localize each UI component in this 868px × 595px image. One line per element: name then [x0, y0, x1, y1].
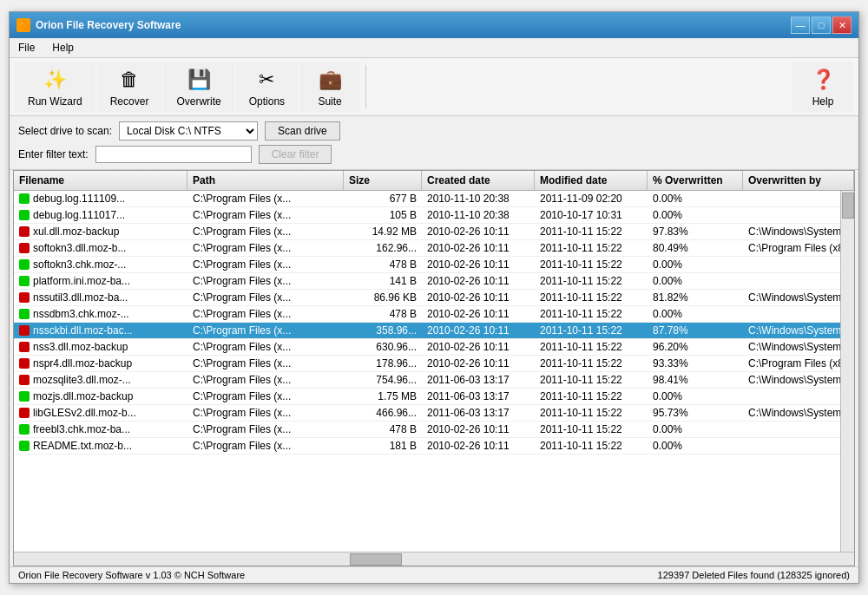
- table-row[interactable]: platform.ini.moz-ba... C:\Program Files …: [14, 273, 840, 290]
- vertical-scrollbar[interactable]: [840, 191, 854, 552]
- cell-modified: 2011-11-09 02:20: [535, 191, 648, 206]
- cell-overwritten-by: C:\Windows\System32\: [743, 339, 840, 355]
- help-icon: ❓: [809, 66, 837, 94]
- cell-overwritten-by: [743, 306, 840, 322]
- clear-filter-button[interactable]: Clear filter: [259, 145, 332, 164]
- overwrite-button[interactable]: 💾 Overwrite: [163, 62, 233, 112]
- cell-filename: platform.ini.moz-ba...: [14, 273, 187, 289]
- status-indicator: [19, 226, 30, 237]
- horizontal-scrollbar[interactable]: [14, 552, 854, 566]
- status-indicator: [19, 193, 30, 204]
- scan-drive-button[interactable]: Scan drive: [265, 121, 340, 141]
- cell-modified: 2011-10-11 15:22: [535, 422, 648, 437]
- col-overwritten: % Overwritten: [648, 171, 743, 190]
- cell-overwritten-by: C:\Windows\System32\: [743, 224, 840, 239]
- maximize-button[interactable]: □: [812, 16, 831, 34]
- table-row[interactable]: softokn3.chk.moz-... C:\Program Files (x…: [14, 257, 840, 273]
- scrollbar-thumb[interactable]: [842, 193, 854, 219]
- controls-bar: Select drive to scan: Local Disk C:\ NTF…: [10, 116, 858, 170]
- cell-filename: debug.log.111017...: [14, 207, 187, 223]
- cell-path: C:\Program Files (x...: [187, 356, 344, 371]
- cell-overwritten-by: [743, 207, 840, 223]
- cell-size: 162.96...: [344, 240, 422, 256]
- cell-path: C:\Program Files (x...: [187, 240, 344, 256]
- table-row[interactable]: README.txt.moz-b... C:\Program Files (x.…: [14, 438, 840, 454]
- cell-filename: README.txt.moz-b...: [14, 438, 187, 454]
- filename-text: nssutil3.dll.moz-ba...: [33, 291, 128, 304]
- status-indicator: [19, 408, 30, 418]
- filter-input[interactable]: [95, 146, 252, 163]
- table-row[interactable]: mozsqlite3.dll.moz-... C:\Program Files …: [14, 372, 840, 389]
- table-row[interactable]: nspr4.dll.moz-backup C:\Program Files (x…: [14, 356, 840, 372]
- filename-text: mozjs.dll.moz-backup: [33, 390, 133, 402]
- cell-overwritten: 0.00%: [648, 389, 743, 404]
- cell-filename: xul.dll.moz-backup: [14, 224, 187, 239]
- cell-overwritten-by: C:\Windows\System32\: [743, 323, 840, 338]
- minimize-button[interactable]: —: [791, 16, 810, 34]
- cell-path: C:\Program Files (x...: [187, 224, 344, 239]
- menu-help[interactable]: Help: [47, 40, 79, 56]
- table-row[interactable]: xul.dll.moz-backup C:\Program Files (x..…: [14, 224, 840, 240]
- close-button[interactable]: ✕: [832, 16, 852, 34]
- table-row[interactable]: softokn3.dll.moz-b... C:\Program Files (…: [14, 240, 840, 257]
- status-indicator: [19, 391, 30, 402]
- toolbar-spacer: [372, 62, 791, 112]
- cell-filename: nssdbm3.chk.moz-...: [14, 306, 187, 322]
- status-bar: Orion File Recovery Software v 1.03 © NC…: [10, 566, 858, 583]
- cell-modified: 2011-10-11 15:22: [535, 240, 648, 256]
- table-row[interactable]: nss3.dll.moz-backup C:\Program Files (x.…: [14, 339, 840, 356]
- cell-overwritten: 80.49%: [648, 240, 743, 256]
- table-row[interactable]: freebl3.chk.moz-ba... C:\Program Files (…: [14, 422, 840, 438]
- drive-select[interactable]: Local Disk C:\ NTFS: [119, 121, 258, 141]
- recover-button[interactable]: 🗑 Recover: [97, 62, 162, 112]
- col-modified: Modified date: [535, 171, 648, 190]
- cell-path: C:\Program Files (x...: [187, 405, 344, 421]
- col-created: Created date: [422, 171, 535, 190]
- filename-text: README.txt.moz-b...: [33, 440, 132, 452]
- col-path: Path: [187, 171, 344, 190]
- filename-text: freebl3.chk.moz-ba...: [33, 423, 130, 435]
- menu-file[interactable]: File: [13, 40, 40, 56]
- cell-filename: mozjs.dll.moz-backup: [14, 389, 187, 404]
- cell-modified: 2011-10-11 15:22: [535, 372, 648, 388]
- table-row[interactable]: nssdbm3.chk.moz-... C:\Program Files (x.…: [14, 306, 840, 323]
- cell-path: C:\Program Files (x...: [187, 438, 344, 454]
- cell-filename: nss3.dll.moz-backup: [14, 339, 187, 355]
- table-row[interactable]: debug.log.111017... C:\Program Files (x.…: [14, 207, 840, 224]
- cell-overwritten: 0.00%: [648, 422, 743, 437]
- filter-label: Enter filter text:: [18, 148, 89, 160]
- cell-overwritten: 0.00%: [648, 191, 743, 206]
- window-controls: — □ ✕: [791, 16, 852, 34]
- options-icon: ✂: [253, 66, 280, 94]
- cell-size: 181 B: [344, 438, 422, 454]
- cell-size: 677 B: [344, 191, 422, 206]
- cell-created: 2010-02-26 10:11: [422, 240, 535, 256]
- cell-created: 2010-02-26 10:11: [422, 422, 535, 437]
- cell-created: 2010-11-10 20:38: [422, 191, 535, 206]
- h-scrollbar-thumb[interactable]: [350, 553, 402, 566]
- table-row[interactable]: mozjs.dll.moz-backup C:\Program Files (x…: [14, 389, 840, 405]
- cell-overwritten: 98.41%: [648, 372, 743, 388]
- options-button[interactable]: ✂ Options: [236, 62, 298, 112]
- cell-created: 2011-06-03 13:17: [422, 389, 535, 404]
- table-row[interactable]: libGLESv2.dll.moz-b... C:\Program Files …: [14, 405, 840, 422]
- help-button[interactable]: ❓ Help: [792, 62, 853, 112]
- filename-text: mozsqlite3.dll.moz-...: [33, 374, 131, 386]
- filename-text: nss3.dll.moz-backup: [33, 341, 128, 353]
- file-table-body: debug.log.111109... C:\Program Files (x.…: [14, 191, 840, 552]
- table-row[interactable]: nssckbi.dll.moz-bac... C:\Program Files …: [14, 323, 840, 339]
- cell-path: C:\Program Files (x...: [187, 372, 344, 388]
- table-row[interactable]: debug.log.111109... C:\Program Files (x.…: [14, 191, 840, 207]
- cell-created: 2011-06-03 13:17: [422, 405, 535, 421]
- drive-row: Select drive to scan: Local Disk C:\ NTF…: [18, 121, 850, 141]
- run-wizard-button[interactable]: ✨ Run Wizard: [15, 62, 95, 112]
- suite-button[interactable]: 💼 Suite: [299, 62, 360, 112]
- table-row[interactable]: nssutil3.dll.moz-ba... C:\Program Files …: [14, 290, 840, 306]
- cell-filename: softokn3.dll.moz-b...: [14, 240, 187, 256]
- cell-overwritten-by: C:\Windows\System32\: [743, 372, 840, 388]
- suite-icon: 💼: [316, 66, 344, 94]
- cell-overwritten: 97.83%: [648, 224, 743, 239]
- cell-created: 2010-02-26 10:11: [422, 356, 535, 371]
- cell-overwritten: 0.00%: [648, 207, 743, 223]
- cell-overwritten: 96.20%: [648, 339, 743, 355]
